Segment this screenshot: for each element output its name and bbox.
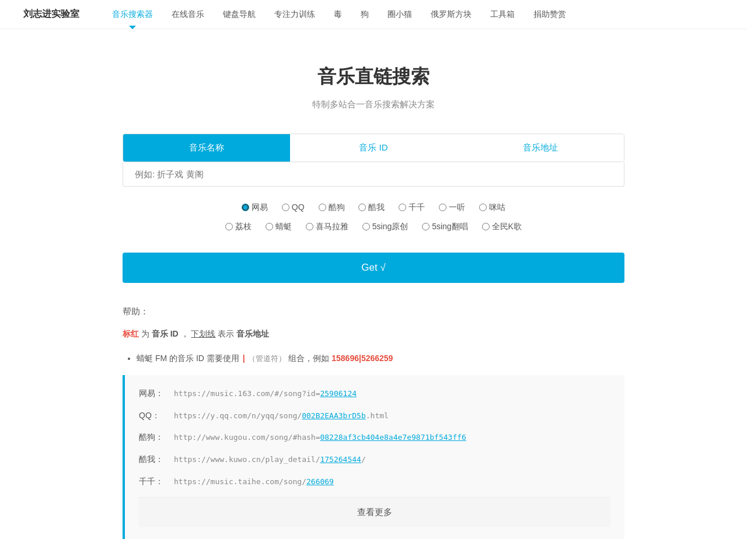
nav-item-poison[interactable]: 毒 bbox=[324, 1, 351, 28]
result-qianqian: 千千： https://music.taihe.com/song/266069 bbox=[139, 475, 610, 489]
radio-xiamala[interactable] bbox=[306, 223, 313, 230]
platform-yiting[interactable]: 一听 bbox=[439, 198, 465, 216]
legend-music-id: 音乐 ID bbox=[152, 329, 179, 338]
radio-dragonfly[interactable] bbox=[266, 223, 273, 230]
result-box: 网易： https://music.163.com/#/song?id=2590… bbox=[123, 375, 624, 539]
result-kuwo-suffix: / bbox=[361, 455, 366, 464]
nav-item-music-search[interactable]: 音乐搜索器 bbox=[103, 1, 162, 28]
result-kuwo-label: 酷我： bbox=[139, 453, 174, 467]
result-kuwo-plain: https://www.kuwo.cn/play_detail/ bbox=[174, 455, 320, 464]
help-legend: 标红 为 音乐 ID ， 下划线 表示 音乐地址 bbox=[123, 327, 624, 341]
result-kugou: 酷狗： http://www.kugou.com/song/#hash=0822… bbox=[139, 430, 610, 444]
platform-qq[interactable]: QQ bbox=[282, 198, 305, 216]
hero-section: 音乐直链搜索 特制多站合一音乐搜索解决方案 bbox=[0, 29, 747, 134]
tab-music-name[interactable]: 音乐名称 bbox=[123, 134, 290, 162]
result-qianqian-link[interactable]: https://music.taihe.com/song/266069 bbox=[174, 475, 334, 488]
help-bullet-dragonfly: 蜻蜓 FM 的音乐 ID 需要使用 | （管道符） 组合，例如 158696|5… bbox=[137, 351, 624, 366]
platform-netease[interactable]: 网易 bbox=[242, 198, 268, 216]
nav-item-russian-block[interactable]: 俄罗斯方块 bbox=[421, 1, 481, 28]
radio-yiting[interactable] bbox=[439, 204, 446, 211]
radio-quanmin[interactable] bbox=[482, 223, 490, 230]
result-qq-suffix: .html bbox=[366, 411, 389, 420]
hero-title: 音乐直链搜索 bbox=[12, 64, 735, 90]
result-kugou-highlight: 08228af3cb404e8a4e7e9871bf543ff6 bbox=[320, 433, 466, 442]
platform-kugou[interactable]: 酷狗 bbox=[319, 198, 345, 216]
result-qq-link[interactable]: https://y.qq.com/n/yqq/song/002B2EAA3brD… bbox=[174, 410, 389, 422]
result-qianqian-label: 千千： bbox=[139, 475, 174, 489]
nav-item-circle-cat[interactable]: 圈小猫 bbox=[378, 1, 421, 28]
platform-xiamala[interactable]: 喜马拉雅 bbox=[306, 218, 348, 236]
nav-item-dog[interactable]: 狗 bbox=[351, 1, 378, 28]
nav-item-donate[interactable]: 捐助赞赏 bbox=[524, 1, 575, 28]
navbar: 刘志进实验室 音乐搜索器 在线音乐 键盘导航 专注力训练 毒 狗 圈小猫 俄罗斯… bbox=[0, 0, 747, 29]
legend-underline-text: 下划线 bbox=[191, 329, 215, 338]
radio-netease[interactable] bbox=[242, 204, 249, 211]
search-input[interactable] bbox=[123, 162, 624, 187]
nav-item-toolbox[interactable]: 工具箱 bbox=[481, 1, 524, 28]
nav-item-online-music[interactable]: 在线音乐 bbox=[162, 1, 214, 28]
radio-qq[interactable] bbox=[282, 204, 289, 211]
search-tabs: 音乐名称 音乐 ID 音乐地址 bbox=[123, 134, 624, 162]
result-netease: 网易： https://music.163.com/#/song?id=2590… bbox=[139, 387, 610, 401]
legend-for-text: 为 bbox=[141, 329, 152, 338]
tab-music-id[interactable]: 音乐 ID bbox=[290, 134, 457, 162]
pipe-label: （管道符） bbox=[248, 354, 286, 363]
platform-quanmin[interactable]: 全民K歌 bbox=[482, 218, 522, 236]
brand-name: 刘志进实验室 bbox=[23, 8, 79, 20]
platform-radio-group: 网易 QQ 酷狗 酷我 千千 一听 咪咕 荔枝 bbox=[123, 198, 624, 236]
radio-5sing-cover[interactable] bbox=[422, 223, 430, 230]
result-kuwo: 酷我： https://www.kuwo.cn/play_detail/1752… bbox=[139, 453, 610, 467]
result-netease-label: 网易： bbox=[139, 387, 174, 401]
result-kugou-link[interactable]: http://www.kugou.com/song/#hash=08228af3… bbox=[174, 431, 466, 444]
platform-dragonfly[interactable]: 蜻蜓 bbox=[266, 218, 292, 236]
help-bullets: 蜻蜓 FM 的音乐 ID 需要使用 | （管道符） 组合，例如 158696|5… bbox=[123, 351, 624, 366]
radio-kugou[interactable] bbox=[319, 204, 326, 211]
result-qianqian-highlight: 266069 bbox=[306, 477, 334, 486]
radio-qianqian[interactable] bbox=[399, 204, 406, 211]
pipe-symbol: | bbox=[243, 354, 245, 363]
hero-subtitle: 特制多站合一音乐搜索解决方案 bbox=[12, 99, 735, 110]
platform-lizhi[interactable]: 荔枝 bbox=[225, 218, 252, 236]
platform-kuwo[interactable]: 酷我 bbox=[358, 198, 385, 216]
result-kugou-plain: http://www.kugou.com/song/#hash= bbox=[174, 433, 320, 442]
nav-item-focus-train[interactable]: 专注力训练 bbox=[265, 1, 324, 28]
result-netease-highlight: 25906124 bbox=[320, 389, 357, 398]
result-kuwo-link[interactable]: https://www.kuwo.cn/play_detail/17526454… bbox=[174, 453, 366, 466]
platform-5sing-cover[interactable]: 5sing翻唱 bbox=[422, 218, 467, 236]
tab-music-url[interactable]: 音乐地址 bbox=[457, 134, 624, 162]
result-qq-plain: https://y.qq.com/n/yqq/song/ bbox=[174, 411, 302, 420]
nav-item-keyboard-nav[interactable]: 键盘导航 bbox=[214, 1, 265, 28]
example-id: 158696|5266259 bbox=[331, 354, 393, 363]
main-content: 音乐名称 音乐 ID 音乐地址 网易 QQ 酷狗 酷我 千千 一听 bbox=[111, 134, 636, 560]
result-kugou-label: 酷狗： bbox=[139, 430, 174, 444]
help-section: 帮助： 标红 为 音乐 ID ， 下划线 表示 音乐地址 蜻蜓 FM 的音乐 I… bbox=[123, 306, 624, 550]
radio-migu[interactable] bbox=[479, 204, 487, 211]
result-qq-highlight: 002B2EAA3brD5b bbox=[302, 411, 366, 420]
result-qq-label: QQ： bbox=[139, 409, 174, 423]
result-netease-plain: https://music.163.com/#/song?id= bbox=[174, 389, 320, 398]
platform-5sing-original[interactable]: 5sing原创 bbox=[362, 218, 408, 236]
radio-5sing-original[interactable] bbox=[362, 223, 370, 230]
nav-items: 音乐搜索器 在线音乐 键盘导航 专注力训练 毒 狗 圈小猫 俄罗斯方块 工具箱 … bbox=[103, 1, 575, 28]
result-kuwo-highlight: 175264544 bbox=[320, 455, 361, 464]
legend-comma: ， bbox=[181, 329, 189, 338]
radio-lizhi[interactable] bbox=[225, 223, 233, 230]
result-qq: QQ： https://y.qq.com/n/yqq/song/002B2EAA… bbox=[139, 409, 610, 423]
see-more-button[interactable]: 查看更多 bbox=[139, 497, 610, 527]
radio-kuwo[interactable] bbox=[358, 204, 366, 211]
legend-red-text: 标红 bbox=[123, 329, 139, 338]
result-netease-link[interactable]: https://music.163.com/#/song?id=25906124 bbox=[174, 387, 357, 400]
platform-qianqian[interactable]: 千千 bbox=[399, 198, 425, 216]
legend-represent-text: 表示 bbox=[218, 329, 236, 338]
help-title: 帮助： bbox=[123, 306, 624, 317]
result-qianqian-plain: https://music.taihe.com/song/ bbox=[174, 477, 306, 486]
platform-migu[interactable]: 咪咕 bbox=[479, 198, 505, 216]
get-button[interactable]: Get √ bbox=[123, 253, 624, 283]
legend-music-url: 音乐地址 bbox=[236, 329, 269, 338]
